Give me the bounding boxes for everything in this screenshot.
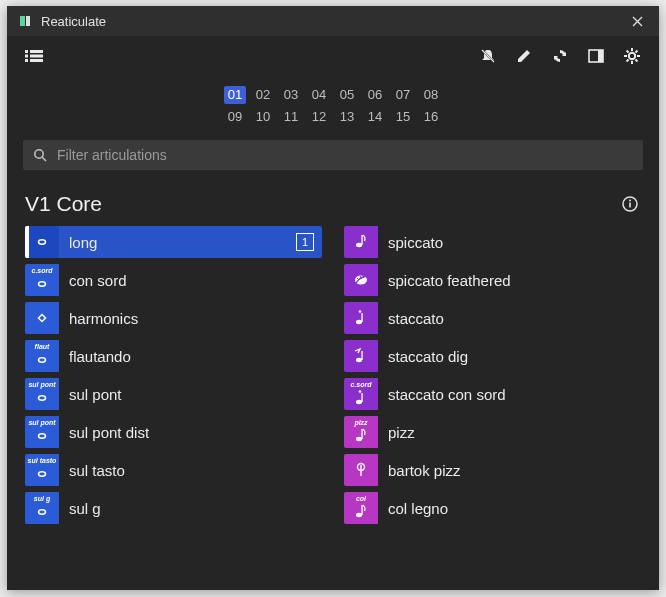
svg-rect-1 [26, 16, 30, 26]
search-input[interactable] [55, 146, 633, 164]
info-icon [621, 195, 639, 213]
channel-16[interactable]: 16 [420, 108, 442, 126]
channel-15[interactable]: 15 [392, 108, 414, 126]
channel-13[interactable]: 13 [336, 108, 358, 126]
svg-point-12 [629, 53, 635, 59]
articulation-item[interactable]: spiccato feathered [344, 264, 641, 296]
articulation-item[interactable]: harmonics [25, 302, 322, 334]
articulation-label: bartok pizz [378, 462, 461, 479]
channel-06[interactable]: 06 [364, 86, 386, 104]
section-title: V1 Core [25, 192, 619, 216]
channel-04[interactable]: 04 [308, 86, 330, 104]
list-icon [25, 49, 43, 63]
channel-07[interactable]: 07 [392, 86, 414, 104]
titlebar: Reaticulate [7, 6, 659, 36]
close-button[interactable] [625, 9, 649, 33]
articulation-label: staccato dig [378, 348, 468, 365]
articulation-swatch: col [344, 492, 378, 524]
settings-button[interactable] [619, 43, 645, 69]
articulation-item[interactable]: pizzpizz [344, 416, 641, 448]
toolbar [7, 36, 659, 76]
articulation-label: pizz [378, 424, 415, 441]
dock-icon [588, 49, 604, 63]
svg-rect-2 [25, 50, 28, 53]
articulation-swatch [344, 226, 378, 258]
channel-01[interactable]: 01 [224, 86, 246, 104]
articulation-swatch: sul g [25, 492, 59, 524]
articulation-label: spiccato [378, 234, 443, 251]
articulation-item[interactable]: staccato [344, 302, 641, 334]
articulation-label: harmonics [59, 310, 138, 327]
articulation-item[interactable]: flautflautando [25, 340, 322, 372]
articulation-item[interactable]: staccato dig [344, 340, 641, 372]
articulation-column: long1c.sordcon sordharmonicsflautflautan… [25, 226, 322, 524]
app-icon [17, 13, 33, 29]
channel-row: 0102030405060708 [224, 86, 442, 104]
svg-line-20 [627, 60, 629, 62]
app-title: Reaticulate [41, 14, 617, 29]
articulation-item[interactable]: sul tastosul tasto [25, 454, 322, 486]
gear-icon [623, 47, 641, 65]
svg-line-22 [42, 157, 46, 161]
channel-10[interactable]: 10 [252, 108, 274, 126]
articulation-item[interactable]: spiccato [344, 226, 641, 258]
svg-line-18 [636, 60, 638, 62]
channel-03[interactable]: 03 [280, 86, 302, 104]
svg-rect-4 [25, 59, 28, 62]
articulation-swatch: c.sord [25, 264, 59, 296]
articulation-swatch [344, 454, 378, 486]
list-button[interactable] [21, 43, 47, 69]
articulation-label: staccato con sord [378, 386, 506, 403]
articulation-item[interactable]: bartok pizz [344, 454, 641, 486]
articulation-label: staccato [378, 310, 444, 327]
articulation-item[interactable]: colcol legno [344, 492, 641, 524]
channel-12[interactable]: 12 [308, 108, 330, 126]
channel-02[interactable]: 02 [252, 86, 274, 104]
svg-point-21 [35, 150, 43, 158]
svg-rect-11 [598, 50, 603, 62]
channel-08[interactable]: 08 [420, 86, 442, 104]
articulation-label: col legno [378, 500, 448, 517]
articulation-label: sul pont dist [59, 424, 149, 441]
articulation-swatch: sul tasto [25, 454, 59, 486]
svg-rect-7 [30, 59, 43, 62]
articulation-item[interactable]: c.sordstaccato con sord [344, 378, 641, 410]
channel-09[interactable]: 09 [224, 108, 246, 126]
app-window: Reaticulate [7, 6, 659, 590]
articulation-label: sul pont [59, 386, 122, 403]
articulation-swatch [25, 302, 59, 334]
svg-line-17 [627, 51, 629, 53]
articulation-label: flautando [59, 348, 131, 365]
articulation-swatch: sul pont [25, 378, 59, 410]
articulation-swatch: c.sord [344, 378, 378, 410]
articulation-item[interactable]: sul pontsul pont dist [25, 416, 322, 448]
articulation-swatch: pizz [344, 416, 378, 448]
articulation-label: spiccato feathered [378, 272, 511, 289]
svg-line-19 [636, 51, 638, 53]
articulation-column: spiccatospiccato featheredstaccatostacca… [344, 226, 641, 524]
edit-button[interactable] [511, 43, 537, 69]
articulation-swatch: sul pont [25, 416, 59, 448]
bell-off-icon [479, 47, 497, 65]
articulation-label: sul tasto [59, 462, 125, 479]
channel-11[interactable]: 11 [280, 108, 302, 126]
section-header: V1 Core [7, 170, 659, 226]
channel-05[interactable]: 05 [336, 86, 358, 104]
channel-row: 0910111213141516 [224, 108, 442, 126]
search-bar[interactable] [23, 140, 643, 170]
sync-icon [551, 47, 569, 65]
mute-button[interactable] [475, 43, 501, 69]
articulation-item[interactable]: c.sordcon sord [25, 264, 322, 296]
svg-point-24 [629, 200, 631, 202]
articulation-item[interactable]: sul pontsul pont [25, 378, 322, 410]
svg-rect-5 [30, 50, 43, 53]
dock-button[interactable] [583, 43, 609, 69]
close-icon [632, 16, 643, 27]
svg-rect-3 [25, 55, 28, 58]
sync-button[interactable] [547, 43, 573, 69]
channel-14[interactable]: 14 [364, 108, 386, 126]
info-button[interactable] [619, 193, 641, 215]
articulation-item[interactable]: sul gsul g [25, 492, 322, 524]
search-icon [33, 148, 47, 162]
articulation-item[interactable]: long1 [25, 226, 322, 258]
